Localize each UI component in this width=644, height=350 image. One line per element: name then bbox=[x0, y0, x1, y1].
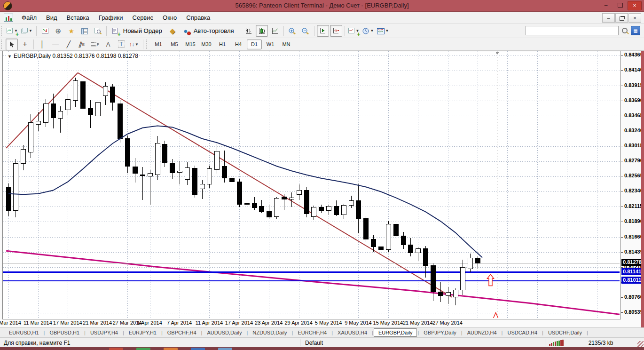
date-axis[interactable]: 5 Mar 201411 Mar 201417 Mar 201421 Mar 2… bbox=[2, 319, 620, 327]
search-button[interactable] bbox=[620, 26, 629, 35]
mdi-close-button[interactable]: × bbox=[628, 13, 641, 23]
chart-tab-EURUSD,H1[interactable]: EURUSD,H1 bbox=[5, 329, 43, 336]
price-tick-mark bbox=[621, 176, 623, 176]
timeframe-button-M30[interactable]: M30 bbox=[199, 40, 214, 49]
fibonacci-tool-button[interactable]: F bbox=[89, 39, 101, 50]
zoom-out-button[interactable] bbox=[299, 25, 312, 37]
vertical-line-tool-button[interactable]: │ bbox=[36, 39, 48, 50]
timeframe-button-H1[interactable]: H1 bbox=[215, 40, 230, 49]
data-window-button[interactable] bbox=[92, 25, 104, 37]
menu-item-Вставка[interactable]: Вставка bbox=[62, 14, 94, 21]
script-button[interactable]: ◆ bbox=[166, 25, 179, 37]
arrows-icon: ↑↓ bbox=[129, 41, 134, 47]
menu-item-Графики[interactable]: Графики bbox=[94, 14, 128, 21]
chart-shift-button[interactable] bbox=[330, 25, 342, 37]
horizontal-line-tool-button[interactable]: — bbox=[49, 39, 62, 50]
taskbar-icon[interactable] bbox=[164, 348, 178, 350]
bar-chart-button[interactable] bbox=[243, 25, 255, 37]
crosshair-button[interactable]: ⊕ bbox=[52, 25, 64, 37]
standard-toolbar: +▼ ▼ ⊕ ★ + Новый Ордер ◆ ● Авто-торговля bbox=[0, 24, 644, 38]
templates-button[interactable]: ▼ bbox=[376, 25, 390, 37]
label-tool-button[interactable]: T bbox=[115, 39, 127, 50]
chart-tab-NZDUSD,Daily[interactable]: NZDUSD,Daily bbox=[248, 329, 291, 336]
application-window: 565896: Panteon Client Terminal - Демо С… bbox=[0, 0, 644, 350]
chart-tab-USDJPY,H4[interactable]: USDJPY,H4 bbox=[86, 329, 122, 336]
signal-bar bbox=[558, 341, 560, 346]
chart-tab-GBPCHF,H4[interactable]: GBPCHF,H4 bbox=[163, 329, 201, 336]
crosshair-tool-button[interactable]: + bbox=[19, 39, 31, 50]
close-button[interactable]: × bbox=[628, 1, 642, 10]
price-chart[interactable] bbox=[3, 51, 620, 318]
community-button[interactable]: ▦ bbox=[631, 26, 640, 35]
resize-grip[interactable] bbox=[637, 341, 644, 347]
profiles-button[interactable]: ▼ bbox=[20, 25, 34, 37]
favorites-button[interactable]: ★ bbox=[65, 25, 78, 37]
auto-scroll-button[interactable] bbox=[317, 25, 329, 37]
chart-tab-AUDUSD,Daily[interactable]: AUDUSD,Daily bbox=[203, 329, 246, 336]
menu-item-Вид[interactable]: Вид bbox=[41, 14, 62, 21]
chart-tab-EURCHF,H4[interactable]: EURCHF,H4 bbox=[293, 329, 331, 336]
taskbar-icon[interactable] bbox=[191, 348, 205, 350]
candlestick-chart-button[interactable] bbox=[256, 25, 268, 37]
taskbar-icon[interactable] bbox=[136, 348, 150, 350]
chart-tab-EURGBP,Daily[interactable]: EURGBP,Daily bbox=[374, 328, 417, 337]
chart-tab-GBPJPY,Daily[interactable]: GBPJPY,Daily bbox=[419, 329, 461, 336]
minimize-button[interactable]: – bbox=[599, 1, 613, 9]
price-tick-label: 0.83240 bbox=[624, 127, 643, 133]
chart-tab-USDCAD,H4[interactable]: USDCAD,H4 bbox=[503, 329, 542, 336]
script-icon: ◆ bbox=[170, 27, 175, 35]
tab-separator: | bbox=[161, 330, 163, 335]
taskbar-icon[interactable] bbox=[218, 348, 232, 350]
chart-tab-XAUUSD,H4[interactable]: XAUUSD,H4 bbox=[333, 329, 371, 336]
menu-item-Окно[interactable]: Окно bbox=[158, 14, 181, 21]
menu-item-Сервис[interactable]: Сервис bbox=[128, 14, 158, 21]
chart-tab-USDCHF,Daily[interactable]: USDCHF,Daily bbox=[544, 329, 586, 336]
new-order-label[interactable]: Новый Ордер bbox=[123, 27, 162, 34]
status-profile[interactable]: Default bbox=[300, 340, 545, 346]
menu-item-Файл[interactable]: Файл bbox=[17, 14, 41, 21]
market-watch-icon bbox=[81, 28, 88, 34]
line-chart-button[interactable] bbox=[269, 25, 281, 37]
tick-chart-button[interactable] bbox=[39, 25, 51, 37]
menu-item-Справка[interactable]: Справка bbox=[181, 14, 215, 21]
timeframe-bar: M1M5M15M30H1H4D1W1MN bbox=[150, 40, 294, 49]
timeframe-button-M15[interactable]: M15 bbox=[183, 40, 198, 49]
new-order-button[interactable]: + bbox=[109, 25, 121, 37]
price-axis[interactable]: 0.843650.841400.839150.836900.834650.832… bbox=[621, 51, 641, 318]
price-tick-label: 0.82340 bbox=[624, 188, 643, 193]
timeframe-button-D1[interactable]: D1 bbox=[247, 40, 262, 49]
chart-tab-GBPUSD,H1[interactable]: GBPUSD,H1 bbox=[45, 329, 84, 336]
tab-separator: | bbox=[331, 330, 333, 335]
chevron-down-icon: ▼ bbox=[370, 29, 374, 33]
mdi-restore-button[interactable] bbox=[615, 13, 628, 23]
zoom-in-button[interactable] bbox=[286, 25, 298, 37]
timeframe-button-M5[interactable]: M5 bbox=[167, 40, 182, 49]
timeframe-button-M1[interactable]: M1 bbox=[151, 40, 166, 49]
channel-tool-button[interactable]: ∥E bbox=[76, 39, 88, 50]
new-chart-button[interactable]: +▼ bbox=[6, 25, 19, 37]
timeframe-button-MN[interactable]: MN bbox=[279, 40, 294, 49]
text-tool-button[interactable]: A bbox=[102, 39, 114, 50]
autotrade-button[interactable]: ● bbox=[180, 25, 192, 37]
chart-tab-EURJPY,H1[interactable]: EURJPY,H1 bbox=[125, 329, 161, 336]
search-input[interactable] bbox=[526, 26, 619, 35]
maximize-button[interactable] bbox=[613, 1, 627, 9]
line-chart-icon bbox=[271, 27, 279, 34]
zoom-out-icon bbox=[301, 27, 309, 35]
chart-tab-AUDNZD,H4[interactable]: AUDNZD,H4 bbox=[463, 329, 501, 336]
candle bbox=[476, 258, 480, 263]
chart-ohlc-header[interactable]: ▼EURGBP,Daily 0.81352 0.81376 0.81198 0.… bbox=[7, 53, 139, 59]
arrows-tool-button[interactable]: ↑↓ ▼ bbox=[128, 39, 141, 50]
candle bbox=[155, 143, 160, 175]
indicators-button[interactable]: +▼ bbox=[347, 25, 361, 37]
market-watch-button[interactable] bbox=[79, 25, 91, 37]
text-icon: A bbox=[106, 41, 110, 48]
taskbar-icon[interactable] bbox=[109, 348, 123, 350]
mdi-minimize-button[interactable]: – bbox=[602, 13, 615, 23]
trendline-tool-button[interactable]: ╱ bbox=[63, 39, 75, 50]
cursor-tool-button[interactable] bbox=[6, 39, 18, 50]
timeframe-button-H4[interactable]: H4 bbox=[231, 40, 246, 49]
periods-button[interactable]: ▼ bbox=[361, 25, 375, 37]
autotrade-label[interactable]: Авто-торговля bbox=[194, 27, 234, 34]
timeframe-button-W1[interactable]: W1 bbox=[263, 40, 278, 49]
